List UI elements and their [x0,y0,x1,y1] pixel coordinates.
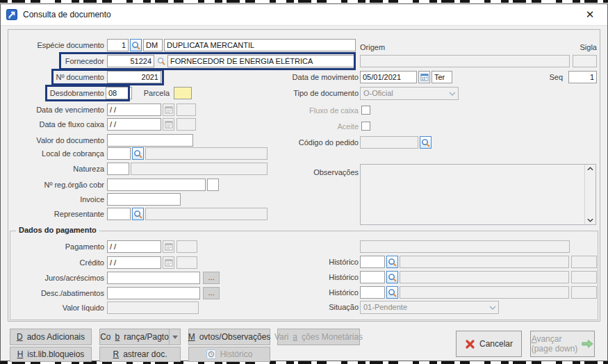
data-movimento-field[interactable]: 05/01/2021 [360,71,417,83]
num-documento-field[interactable]: 2021 [107,71,161,83]
aceite-checkbox [361,122,370,131]
dialog-title: Consulta de documento [23,10,111,19]
fluxo-caixa-checkbox [361,106,370,115]
historico3-codigo-field[interactable] [360,286,385,299]
juros-more-button[interactable]: ... [203,272,220,284]
scroll-up-icon [587,167,593,171]
observacoes-label: Observações [268,166,359,179]
historico2-lookup-button[interactable] [386,271,398,283]
local-cobranca-descricao-field [145,147,268,160]
especie-documento-label: Espécie documento [8,39,104,51]
close-icon[interactable]: ✕ [578,6,602,24]
representante-lookup-button[interactable] [132,208,144,220]
clock-icon [206,349,216,359]
observacoes-scrollbar[interactable] [584,165,595,224]
background-screen-remnant-top [0,0,608,3]
historico3-extra-field [571,286,597,299]
invoice-field[interactable] [107,193,181,206]
data-movimento-calendar-icon[interactable] [418,71,430,83]
dados-pagamento-legend: Dados do pagamento [16,226,99,234]
juros-label: Juros/acréscimos [8,272,104,284]
fornecedor-descricao-field[interactable]: FORNECEDOR DE ENERGIA ELÉTRICA [167,55,356,67]
cobranca-pagto-dropdown-button[interactable] [169,329,181,345]
data-fluxo-caixa-label: Data de fluxo caixa [8,118,104,131]
data-vencimento-field[interactable]: / / [107,104,161,116]
local-cobranca-codigo-field[interactable] [107,147,131,160]
cancel-x-icon [465,339,475,349]
parcela-label: Parcela [114,87,170,99]
parcela-field[interactable] [174,87,192,99]
rastrear-doc-button[interactable]: Rastrear doc. [99,347,181,362]
cancelar-button[interactable]: Cancelar [456,331,522,357]
especie-sigla-field[interactable]: DM [143,39,163,51]
seq-field[interactable]: 1 [568,71,597,83]
num-reg-orgao-field[interactable] [107,179,206,191]
origem-label: Origem [360,41,402,53]
juros-field[interactable] [107,272,200,284]
title-bar: Consulta de documento ✕ [1,4,607,26]
representante-codigo-field[interactable] [107,208,131,220]
especie-codigo-field[interactable]: 1 [107,39,129,51]
historico1-label: Histórico [289,256,359,268]
fornecedor-codigo-field[interactable]: 51224 [107,55,154,67]
local-cobranca-label: Local de cobrança [8,147,104,160]
num-reg-orgao-extra-field[interactable] [207,179,219,191]
local-cobranca-lookup-button[interactable] [132,147,144,160]
historico3-descricao-field [400,286,569,299]
credito-calendar-icon [163,256,174,269]
pagamento-label: Pagamento [8,240,104,253]
pagamento-weekday-field [176,240,197,253]
chevron-down-icon [449,92,456,96]
data-fluxo-caixa-weekday-field [176,118,196,131]
seq-label: Seq [534,71,563,83]
descontos-field[interactable] [107,287,200,299]
descontos-label: Desc./abatimentos [8,287,104,299]
credito-weekday-field [176,256,197,269]
historico3-lookup-button[interactable] [386,286,398,299]
historico2-label: Histórico [289,271,359,283]
pagamento-calendar-icon [163,240,174,253]
situacao-select: 01-Pendente [360,301,499,314]
dados-adicionais-button[interactable]: Dados Adicionais [10,329,92,345]
sigla-field [573,55,597,67]
valor-documento-label: Valor do documento [8,134,104,147]
codigo-pedido-lookup-button[interactable] [420,136,432,149]
scroll-down-icon [587,218,593,222]
natureza-codigo-field[interactable] [107,163,129,175]
historico1-codigo-field[interactable] [360,256,385,268]
cobranca-pagto-button[interactable]: Cobrança/Pagto [99,329,170,345]
codigo-pedido-field [360,136,418,149]
variacoes-monetarias-button: Variações Monetárias [277,329,360,345]
credito-field[interactable]: / / [107,256,161,269]
data-movimento-label: Data de movimento [268,71,359,83]
desdobramento-label: Desdobramento [8,87,104,99]
invoice-label: Invoice [8,193,104,206]
data-vencimento-label: Data de vencimento [8,104,104,116]
num-reg-orgao-label: Nº reg.órgão cobr [8,179,104,191]
pagamento-info-field [360,240,570,253]
natureza-label: Natureza [8,163,104,175]
data-movimento-weekday-field: Ter [432,71,452,83]
valor-liquido-field [107,301,199,314]
data-fluxo-caixa-field[interactable]: / / [107,118,161,131]
representante-label: Representante [8,208,104,220]
credito-label: Crédito [8,256,104,269]
aceite-label: Aceite [268,120,359,133]
valor-documento-field[interactable] [107,134,193,147]
historico3-label: Histórico [289,286,359,299]
movtos-observacoes-button[interactable]: Movtos/Observações [188,329,270,345]
descontos-more-button[interactable]: ... [203,287,220,299]
fluxo-caixa-label: Fluxo de caixa [268,104,359,117]
origem-field [360,55,570,67]
especie-lookup-button[interactable] [130,39,142,51]
tipo-documento-label: Tipo de documento [268,87,359,99]
historico2-codigo-field[interactable] [360,271,385,283]
hist-lib-bloqueios-button[interactable]: Hist.lib.bloqueios [10,347,92,362]
avancar-button: Avançar (page down) [530,331,595,357]
historico1-lookup-button[interactable] [386,256,398,268]
fornecedor-lookup-icon[interactable] [156,55,166,67]
valor-liquido-label: Valor líquido [8,301,104,314]
consulta-documento-dialog: Consulta de documento ✕ Espécie document… [0,3,608,361]
chevron-down-icon [489,306,496,310]
pagamento-field[interactable]: / / [107,240,161,253]
